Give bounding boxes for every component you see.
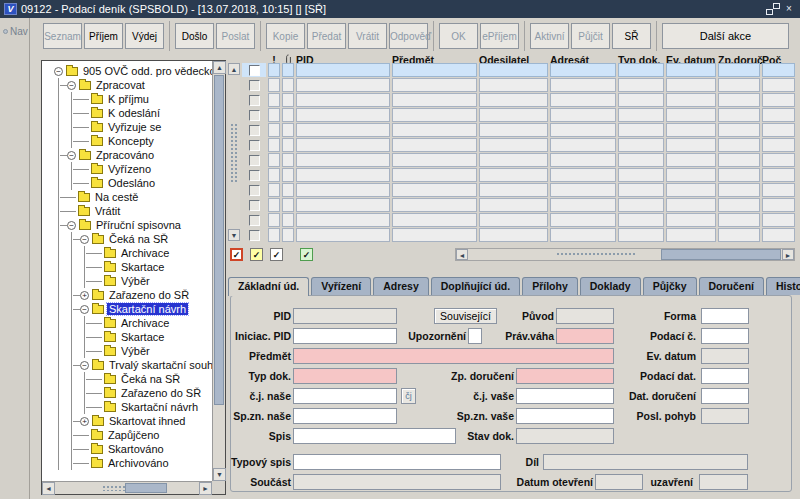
grid-cell[interactable]: [666, 213, 716, 227]
collapse-toggle-icon[interactable]: −: [54, 67, 63, 76]
row-checkbox-cell[interactable]: [242, 228, 266, 242]
scroll-right-icon[interactable]: ►: [782, 249, 794, 260]
scrollbar-thumb[interactable]: [125, 483, 167, 493]
grid-cell[interactable]: [718, 153, 760, 167]
tree-item-selected[interactable]: −Skartační návrh: [42, 302, 212, 316]
row-select-checkbox[interactable]: [249, 230, 260, 241]
grid-cell[interactable]: [296, 108, 390, 122]
tree-item[interactable]: Na cestě: [42, 190, 212, 204]
vydej-button[interactable]: Výdej: [125, 23, 164, 49]
table-row[interactable]: [242, 168, 795, 182]
grid-cell[interactable]: [666, 108, 716, 122]
grid-cell[interactable]: [666, 153, 716, 167]
grid-cell[interactable]: [392, 108, 477, 122]
grid-cell[interactable]: [296, 138, 390, 152]
row-checkbox-cell[interactable]: [242, 198, 266, 212]
grid-cell[interactable]: [618, 228, 664, 242]
grid-cell[interactable]: [666, 63, 716, 77]
row-checkbox-cell[interactable]: [242, 108, 266, 122]
row-select-checkbox[interactable]: [249, 125, 260, 136]
table-row[interactable]: [242, 213, 795, 227]
collapse-toggle-icon[interactable]: −: [67, 151, 76, 160]
grid-cell[interactable]: [392, 138, 477, 152]
grid-cell[interactable]: [550, 108, 616, 122]
seznam-button[interactable]: Seznam: [43, 23, 82, 49]
expand-toggle-icon[interactable]: +: [80, 417, 89, 426]
close-window-icon[interactable]: ×: [782, 2, 796, 16]
grid-cell[interactable]: [282, 78, 294, 92]
grid-cell[interactable]: [296, 198, 390, 212]
grid-cell[interactable]: [762, 213, 795, 227]
row-select-checkbox[interactable]: [249, 215, 260, 226]
forma-field[interactable]: [701, 308, 749, 324]
row-checkbox-cell[interactable]: [242, 93, 266, 107]
tree-item[interactable]: Skartace: [42, 260, 212, 274]
tree-item[interactable]: +Zařazeno do SŘ: [42, 288, 212, 302]
podaci-c-field[interactable]: [701, 328, 749, 344]
grid-cell[interactable]: [666, 123, 716, 137]
tree-item[interactable]: Čeká na SŘ: [42, 372, 212, 386]
grid-cell[interactable]: [296, 153, 390, 167]
grid-cell[interactable]: [282, 168, 294, 182]
scroll-left-icon[interactable]: ◄: [42, 482, 55, 495]
grid-cell[interactable]: [550, 93, 616, 107]
grid-cell[interactable]: [718, 108, 760, 122]
dat-doruceni-field[interactable]: [701, 388, 749, 404]
tree-item[interactable]: Vyřízeno: [42, 162, 212, 176]
tree-item[interactable]: −Zpracováno: [42, 148, 212, 162]
collapse-toggle-icon[interactable]: −: [67, 81, 76, 90]
grid-cell[interactable]: [762, 153, 795, 167]
grid-cell[interactable]: [268, 93, 280, 107]
grid-cell[interactable]: [282, 63, 294, 77]
scroll-down-icon[interactable]: ▼: [228, 229, 240, 241]
grid-cell[interactable]: [282, 228, 294, 242]
tab-pujcky[interactable]: Půjčky: [643, 277, 697, 295]
grid-cell[interactable]: [282, 123, 294, 137]
grid-cell[interactable]: [392, 198, 477, 212]
tree-item[interactable]: Výběr: [42, 344, 212, 358]
grid-cell[interactable]: [268, 138, 280, 152]
row-select-checkbox[interactable]: [249, 170, 260, 181]
nav-toggle[interactable]: Nav: [0, 26, 29, 37]
grid-cell[interactable]: [762, 228, 795, 242]
collapse-toggle-icon[interactable]: −: [80, 235, 89, 244]
row-select-checkbox[interactable]: [249, 155, 260, 166]
grid-cell[interactable]: [666, 78, 716, 92]
grid-cell[interactable]: [718, 228, 760, 242]
tree-horizontal-scrollbar[interactable]: ◄ ►: [42, 481, 212, 494]
spzn-vase-field[interactable]: [516, 408, 614, 424]
row-checkbox-cell[interactable]: [242, 78, 266, 92]
collapse-toggle-icon[interactable]: −: [80, 361, 89, 370]
tree-item[interactable]: Archivace: [42, 316, 212, 330]
grid-cell[interactable]: [296, 123, 390, 137]
scrollbar-thumb[interactable]: [214, 75, 224, 405]
row-select-checkbox[interactable]: [249, 200, 260, 211]
table-row[interactable]: [242, 138, 795, 152]
tree-item[interactable]: K příjmu: [42, 92, 212, 106]
grid-cell[interactable]: [666, 183, 716, 197]
grid-cell[interactable]: [282, 93, 294, 107]
table-row[interactable]: [242, 108, 795, 122]
grid-cell[interactable]: [618, 138, 664, 152]
grid-cell[interactable]: [550, 228, 616, 242]
grid-cell[interactable]: [296, 213, 390, 227]
grid-cell[interactable]: [618, 213, 664, 227]
tree-item[interactable]: Zařazeno do SŘ: [42, 386, 212, 400]
tab-doruceni[interactable]: Doručení: [699, 277, 765, 295]
grid-cell[interactable]: [268, 168, 280, 182]
grid-cell[interactable]: [296, 228, 390, 242]
tree-item[interactable]: −Zpracovat: [42, 78, 212, 92]
tab-prilohy[interactable]: Přílohy: [522, 277, 578, 295]
grid-cell[interactable]: [718, 78, 760, 92]
grid-cell[interactable]: [268, 183, 280, 197]
grid-cell[interactable]: [618, 93, 664, 107]
table-row[interactable]: [242, 123, 795, 137]
filter-checkbox-white[interactable]: ✓: [270, 248, 283, 261]
grid-cell[interactable]: [718, 138, 760, 152]
grid-cell[interactable]: [268, 108, 280, 122]
grid-cell[interactable]: [282, 198, 294, 212]
collapse-toggle-icon[interactable]: −: [67, 221, 76, 230]
grid-cell[interactable]: [479, 123, 548, 137]
grid-cell[interactable]: [618, 168, 664, 182]
grid-cell[interactable]: [762, 93, 795, 107]
